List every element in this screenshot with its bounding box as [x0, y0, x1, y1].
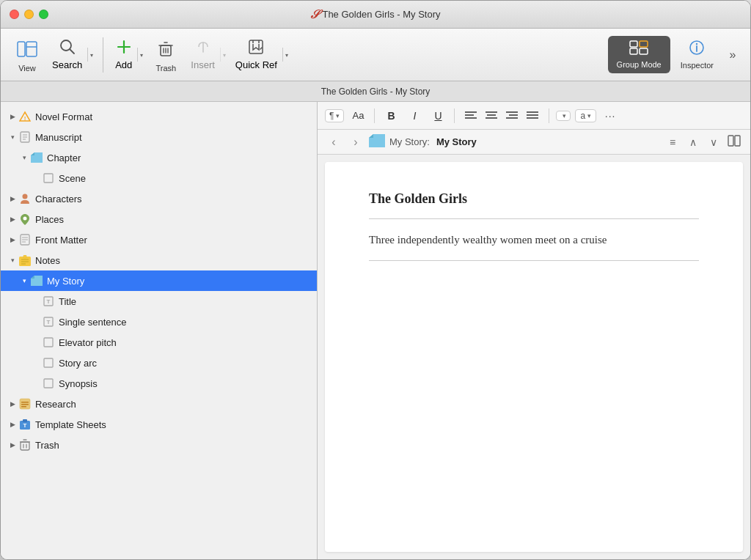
sidebar-item-title[interactable]: T Title — [1, 291, 317, 312]
underline-button[interactable]: U — [428, 107, 447, 125]
toolbar: View Search ▾ — [1, 29, 750, 81]
separator-1 — [103, 37, 103, 73]
sub-header-title: The Golden Girls - My Story — [321, 86, 431, 97]
nav-split-button[interactable] — [725, 133, 743, 151]
nav-menu-button[interactable]: ≡ — [664, 133, 681, 151]
bold-button[interactable]: B — [381, 107, 400, 125]
search-button[interactable]: Search — [48, 36, 87, 73]
trash-sidebar-label: Trash — [35, 440, 59, 451]
italic-button[interactable]: I — [405, 107, 424, 125]
my-story-label: My Story — [47, 276, 84, 287]
quickref-dropdown-arrow[interactable]: ▾ — [282, 48, 290, 62]
places-icon — [18, 213, 32, 226]
align-justify-button[interactable] — [523, 107, 542, 125]
nav-back-button[interactable]: ‹ — [325, 133, 342, 151]
manuscript-icon — [18, 130, 32, 144]
main-content: ! Novel Format — [1, 102, 750, 559]
disclosure-places — [7, 213, 18, 225]
groupmode-icon — [629, 40, 648, 57]
add-button[interactable]: Add — [111, 36, 136, 73]
sidebar-item-my-story[interactable]: My Story — [1, 270, 317, 291]
chapter-icon — [30, 151, 43, 164]
style-picker[interactable]: ▾ — [556, 111, 571, 121]
svg-rect-1 — [26, 42, 37, 56]
sidebar-item-trash[interactable]: Trash — [1, 435, 317, 455]
svg-rect-50 — [21, 406, 26, 408]
inspector-button[interactable]: Inspector — [673, 35, 721, 74]
insert-dropdown-arrow[interactable]: ▾ — [220, 48, 228, 62]
template-sheets-icon: T — [18, 418, 32, 431]
sidebar-item-notes[interactable]: Notes — [1, 250, 317, 270]
single-sentence-label: Single sentence — [59, 317, 127, 328]
editor-content[interactable]: The Golden Girls Three independently wea… — [325, 162, 743, 552]
sidebar-item-places[interactable]: Places — [1, 209, 317, 229]
editor-separator-1 — [374, 108, 375, 123]
manuscript-label: Manuscript — [35, 132, 82, 143]
more-options-button[interactable]: ··· — [601, 107, 620, 125]
scene-label: Scene — [59, 173, 86, 184]
editor-toolbar: ¶ ▾ Aa B I U — [318, 102, 750, 130]
svg-text:T: T — [23, 422, 27, 429]
view-button[interactable]: View — [10, 34, 45, 75]
window-title: 𝒮 The Golden Girls - My Story — [310, 8, 440, 21]
search-label: Search — [52, 59, 82, 70]
research-label: Research — [35, 399, 76, 410]
quickref-button[interactable]: Quick Ref — [231, 36, 282, 73]
disclosure-trash — [7, 439, 18, 451]
maximize-button[interactable] — [39, 10, 48, 19]
add-dropdown-arrow[interactable]: ▾ — [137, 48, 145, 62]
document-text: Three independently wealthy women meet o… — [369, 231, 699, 248]
svg-rect-44 — [44, 338, 53, 347]
sidebar-item-story-arc[interactable]: Story arc — [1, 353, 317, 373]
trash-icon — [154, 37, 177, 61]
sidebar-item-single-sentence[interactable]: T Single sentence — [1, 312, 317, 332]
trash-button[interactable]: Trash — [148, 34, 183, 75]
sidebar-item-front-matter[interactable]: Front Matter — [1, 229, 317, 250]
style-dropdown-arrow: ▾ — [563, 112, 566, 119]
char-style-picker[interactable]: a ▾ — [575, 109, 596, 122]
sidebar-item-novel-format[interactable]: ! Novel Format — [1, 106, 317, 127]
nav-forward-button[interactable]: › — [347, 133, 364, 151]
sidebar-item-elevator-pitch[interactable]: Elevator pitch — [1, 332, 317, 353]
template-sheets-label: Template Sheets — [35, 419, 106, 430]
title-icon: T — [42, 295, 55, 308]
disclosure-notes — [7, 254, 18, 266]
font-size-button[interactable]: Aa — [348, 107, 367, 125]
sidebar-item-characters[interactable]: Characters — [1, 188, 317, 209]
sidebar-item-manuscript[interactable]: Manuscript — [1, 127, 317, 147]
sidebar-item-scene[interactable]: Scene — [1, 168, 317, 188]
svg-rect-53 — [23, 419, 27, 422]
sidebar: ! Novel Format — [1, 102, 318, 559]
insert-button[interactable]: Insert — [186, 36, 219, 73]
search-dropdown-arrow[interactable]: ▾ — [87, 48, 95, 62]
separator-after-text — [369, 260, 699, 261]
nav-up-button[interactable]: ∧ — [684, 133, 702, 151]
separator-after-title — [369, 218, 699, 219]
disclosure-front-matter — [7, 234, 18, 246]
elevator-pitch-icon — [42, 336, 55, 349]
more-button[interactable]: » — [724, 44, 741, 66]
svg-rect-18 — [640, 48, 648, 54]
align-right-button[interactable] — [502, 107, 521, 125]
groupmode-label: Group Mode — [617, 60, 662, 69]
nav-down-button[interactable]: ∨ — [705, 133, 722, 151]
paragraph-icon: ¶ — [329, 111, 334, 121]
novel-format-icon: ! — [18, 110, 32, 123]
disclosure-characters — [7, 193, 18, 205]
minimize-button[interactable] — [24, 10, 34, 19]
sidebar-item-template-sheets[interactable]: T Template Sheets — [1, 414, 317, 435]
paragraph-style-picker[interactable]: ¶ ▾ — [325, 109, 344, 122]
align-center-button[interactable] — [482, 107, 501, 125]
nav-title: My Story — [436, 136, 477, 147]
sidebar-item-chapter[interactable]: Chapter — [1, 147, 317, 168]
view-icon — [15, 37, 39, 61]
quickref-icon — [247, 39, 265, 57]
close-button[interactable] — [10, 10, 19, 19]
inspector-icon — [687, 40, 706, 58]
align-left-button[interactable] — [461, 107, 480, 125]
chapter-label: Chapter — [47, 152, 81, 163]
groupmode-button[interactable]: Group Mode — [608, 36, 670, 73]
sidebar-item-research[interactable]: Research — [1, 394, 317, 414]
disclosure-chapter — [18, 152, 30, 163]
sidebar-item-synopsis[interactable]: Synopsis — [1, 373, 317, 394]
